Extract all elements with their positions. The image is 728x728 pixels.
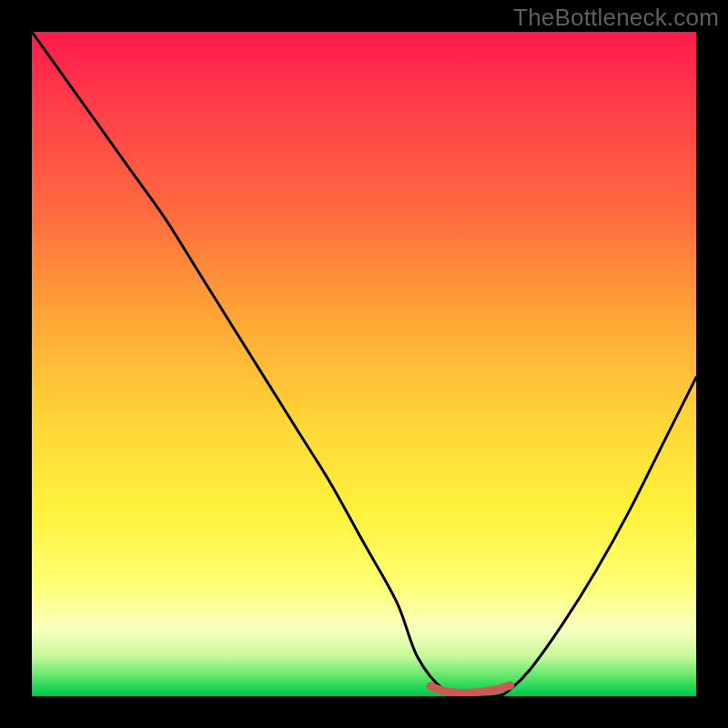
watermark-text: TheBottleneck.com: [513, 4, 719, 32]
curve-layer: [32, 32, 696, 696]
bottleneck-curve: [32, 32, 696, 696]
valley-highlight: [430, 685, 511, 693]
chart-frame: TheBottleneck.com: [0, 0, 728, 728]
plot-area: [32, 32, 696, 696]
